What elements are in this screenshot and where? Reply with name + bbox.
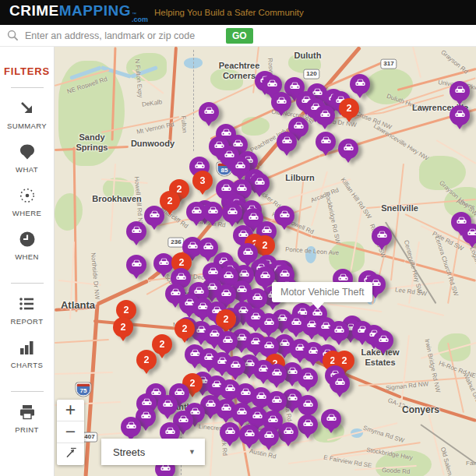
sidebar-item-report[interactable]: REPORT — [11, 294, 44, 326]
crime-marker-motor-vehicle-theft[interactable] — [217, 331, 238, 351]
crime-marker-motor-vehicle-theft[interactable] — [259, 426, 279, 446]
compass-arrow-icon — [63, 445, 79, 464]
crime-tooltip: Motor Vehicle Theft — [272, 282, 372, 302]
default-extent-button[interactable] — [57, 443, 84, 465]
crime-marker-motor-vehicle-theft[interactable] — [239, 425, 259, 445]
sidebar-item-summary[interactable]: SUMMARY — [7, 98, 47, 130]
car-icon — [226, 205, 239, 221]
road — [288, 451, 382, 464]
crime-marker-motor-vehicle-theft[interactable] — [298, 414, 318, 435]
car-icon — [190, 204, 203, 220]
tagline: Helping You Build a Safer Community — [154, 8, 304, 17]
road — [93, 319, 179, 330]
county-boundary — [193, 50, 194, 151]
crime-marker-motor-vehicle-theft[interactable] — [373, 330, 393, 351]
car-icon — [224, 425, 237, 441]
cluster-marker[interactable]: 2 — [113, 317, 133, 337]
logo-com-text: .com — [132, 16, 148, 23]
basemap-label: Streets — [113, 446, 189, 458]
sidebar-item-where[interactable]: WHERE — [12, 185, 41, 217]
car-icon — [222, 269, 235, 285]
cluster-marker[interactable]: 2 — [175, 319, 195, 339]
road — [412, 47, 421, 78]
car-icon — [242, 245, 255, 262]
car-icon — [333, 376, 347, 392]
car-icon — [319, 108, 332, 124]
crime-marker-motor-vehicle-theft[interactable] — [266, 364, 287, 384]
crime-marker-motor-vehicle-theft[interactable] — [199, 102, 219, 122]
car-icon — [263, 316, 276, 332]
car-icon — [253, 175, 266, 192]
crime-marker-motor-vehicle-theft[interactable] — [222, 203, 242, 223]
cluster-marker[interactable]: 2 — [136, 350, 157, 370]
clock-icon — [18, 229, 37, 249]
car-icon — [235, 405, 249, 421]
sidebar-item-when[interactable]: WHEN — [15, 229, 39, 261]
crime-marker-motor-vehicle-theft[interactable] — [372, 226, 392, 246]
crime-marker-motor-vehicle-theft[interactable] — [450, 81, 470, 101]
crime-marker-motor-vehicle-theft[interactable] — [298, 368, 318, 388]
crime-marker-motor-vehicle-theft[interactable] — [338, 139, 358, 159]
crime-marker-motor-vehicle-theft[interactable] — [350, 74, 370, 94]
car-icon — [243, 427, 256, 443]
crime-marker-motor-vehicle-theft[interactable] — [259, 313, 279, 333]
crime-marker-motor-vehicle-theft[interactable] — [315, 105, 335, 125]
road — [55, 339, 109, 344]
road-label: Howell Mill Rd NW — [133, 176, 145, 228]
car-icon — [354, 76, 367, 93]
crime-marker-motor-vehicle-theft[interactable] — [249, 173, 270, 193]
crime-marker-motor-vehicle-theft[interactable] — [126, 221, 146, 242]
crime-marker-motor-vehicle-theft[interactable] — [144, 206, 164, 226]
crime-marker-motor-vehicle-theft[interactable] — [198, 238, 218, 258]
crime-marker-motor-vehicle-theft[interactable] — [266, 391, 287, 411]
go-button[interactable]: GO — [226, 28, 253, 44]
crime-marker-motor-vehicle-theft[interactable] — [450, 105, 470, 125]
crime-marker-motor-vehicle-theft[interactable] — [321, 409, 341, 429]
cluster-marker[interactable]: 2 — [160, 191, 180, 211]
crime-marker-motor-vehicle-theft[interactable] — [157, 395, 178, 415]
crimemapping-logo[interactable]: CRIMEMAPPING ™ .com — [9, 2, 148, 23]
list-icon — [17, 294, 36, 314]
zoom-out-button[interactable]: − — [57, 421, 84, 443]
car-icon — [319, 134, 333, 150]
sidebar-divider — [11, 283, 44, 284]
search-input[interactable] — [25, 30, 226, 41]
sidebar-item-what[interactable]: WHAT — [16, 142, 38, 174]
crime-marker-motor-vehicle-theft[interactable] — [271, 92, 291, 112]
road-label: Lawrenceville Hwy NW — [372, 122, 430, 162]
bar-chart-icon — [17, 337, 36, 358]
crime-marker-motor-vehicle-theft[interactable] — [225, 356, 245, 376]
crime-marker-motor-vehicle-theft[interactable] — [126, 255, 146, 275]
crime-marker-motor-vehicle-theft[interactable] — [298, 395, 318, 415]
crime-marker-motor-vehicle-theft[interactable] — [329, 321, 349, 341]
map[interactable]: Motor Vehicle Theft + − Streets ▼ NE Ros… — [55, 47, 476, 476]
crime-marker-motor-vehicle-theft[interactable] — [316, 132, 336, 152]
water-pond — [305, 246, 316, 263]
road — [358, 377, 467, 386]
cluster-marker[interactable]: 3 — [192, 171, 213, 191]
sidebar-item-label: WHEN — [15, 252, 39, 261]
basemap-selector[interactable]: Streets ▼ — [101, 439, 205, 465]
car-icon — [161, 397, 175, 414]
crime-marker-motor-vehicle-theft[interactable] — [203, 202, 223, 222]
crime-marker-motor-vehicle-theft[interactable] — [220, 422, 240, 443]
crime-marker-motor-vehicle-theft[interactable] — [274, 206, 294, 226]
crime-marker-motor-vehicle-theft[interactable] — [278, 422, 298, 443]
road — [327, 303, 382, 312]
car-icon — [220, 287, 233, 303]
car-icon — [125, 419, 138, 435]
sidebar-item-print[interactable]: PRINT — [15, 402, 39, 434]
sidebar-item-charts[interactable]: CHARTS — [11, 337, 43, 369]
crime-marker-motor-vehicle-theft[interactable] — [121, 417, 141, 437]
road-label: DeKalb — [142, 98, 163, 108]
car-icon — [278, 208, 291, 224]
road-label: Rockbridge Rd SW — [324, 191, 342, 244]
cluster-marker[interactable]: 2 — [339, 98, 359, 118]
car-icon — [186, 239, 199, 256]
car-icon — [301, 370, 315, 386]
cluster-marker[interactable]: 2 — [152, 334, 172, 354]
car-icon — [251, 409, 264, 425]
zoom-in-button[interactable]: + — [57, 400, 84, 421]
crime-marker-motor-vehicle-theft[interactable] — [330, 373, 350, 393]
crime-marker-motor-vehicle-theft[interactable] — [277, 132, 297, 152]
